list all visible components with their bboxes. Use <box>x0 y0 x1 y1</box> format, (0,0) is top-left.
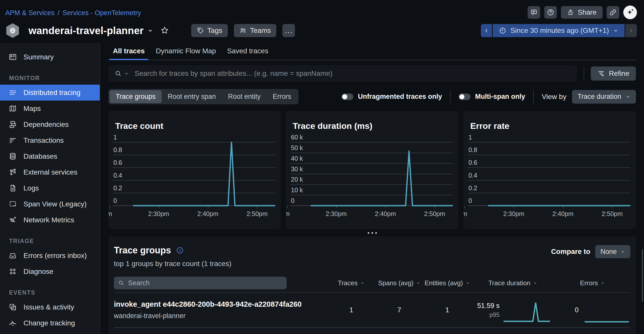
sidebar-item-databases[interactable]: Databases <box>0 148 100 164</box>
tab-bar: All traces Dynamic Flow Map Saved traces <box>108 47 636 60</box>
toggle-label: Unfragmented traces only <box>358 93 442 101</box>
apm-distributed-tracing-page: APM & Services / Services - OpenTelemetr… <box>0 0 644 334</box>
page-title: wanderai-travel-planner <box>29 25 144 36</box>
sidebar-item-logs[interactable]: Logs <box>0 180 100 196</box>
sidebar-item-external-services[interactable]: External services <box>0 164 100 180</box>
chart-line <box>468 142 630 206</box>
link-icon <box>609 9 617 16</box>
segment-errors[interactable]: Errors <box>267 90 298 103</box>
sidebar-item-errors-inbox[interactable]: Errors (errors inbox) <box>0 248 100 264</box>
column-header-trace-duration[interactable]: Trace duration <box>471 279 555 287</box>
multi-span-toggle[interactable]: Multi-span only <box>459 93 525 101</box>
table-row[interactable]: invoke_agent e44c2860-200b-4493-942e-a22… <box>114 293 630 328</box>
breadcrumb-link-apm-services[interactable]: APM & Services <box>5 9 55 17</box>
sidebar-item-label: Transactions <box>23 136 64 145</box>
x-axis-label: 2:50pm <box>246 210 267 218</box>
sidebar-section-triage: TRIAGE <box>0 228 100 248</box>
time-forward-button[interactable] <box>625 24 637 37</box>
feedback-button[interactable] <box>528 6 540 19</box>
group-by-segmented-control: Trace groups Root entry span Root entity… <box>108 89 299 104</box>
help-icon <box>547 9 554 16</box>
chevron-down-icon <box>620 249 625 254</box>
trace-group-name: invoke_agent e44c2860-200b-4493-942e-a22… <box>114 300 320 308</box>
chart-title: Trace count <box>115 121 163 131</box>
x-axis-label: 2:40pm <box>197 210 218 218</box>
tab-dynamic-flow-map[interactable]: Dynamic Flow Map <box>156 47 216 60</box>
chart-title: Trace duration (ms) <box>293 121 373 131</box>
more-actions-button[interactable]: ... <box>282 24 295 37</box>
column-header-entities-avg[interactable]: Entities (avg) <box>423 279 471 287</box>
time-range-button[interactable]: Since 30 minutes ago (GMT+1) <box>493 24 625 37</box>
chart-line <box>290 142 453 206</box>
transactions-icon <box>9 136 17 145</box>
sidebar-item-label: Diagnose <box>23 268 53 276</box>
external-services-icon <box>9 168 17 176</box>
sidebar-item-summary[interactable]: Summary <box>0 49 100 65</box>
sidebar-item-label: Issues & activity <box>23 303 74 311</box>
tab-saved-traces[interactable]: Saved traces <box>227 47 268 60</box>
group-search-input[interactable]: Search <box>114 277 287 289</box>
issues-activity-icon <box>9 303 17 311</box>
search-icon <box>118 280 125 286</box>
toggle-track <box>459 93 470 100</box>
top-bar: APM & Services / Services - OpenTelemetr… <box>0 0 644 43</box>
sidebar-item-diagnose[interactable]: Diagnose <box>0 264 100 279</box>
chevron-right-icon <box>628 28 634 33</box>
trace-group-name-cell[interactable]: invoke_agent e44c2860-200b-4493-942e-a22… <box>114 300 327 320</box>
sidebar-item-span-view-legacy[interactable]: Span View (Legacy) <box>0 196 100 212</box>
sidebar-item-label: External services <box>23 168 77 176</box>
x-axis-label: 2:40pm <box>552 210 573 218</box>
segment-root-entry-span[interactable]: Root entry span <box>162 90 222 103</box>
segment-root-entity[interactable]: Root entity <box>222 90 267 103</box>
trace-search-placeholder: Search for traces by span attributes... … <box>135 69 333 78</box>
toggle-label: Multi-span only <box>475 93 525 101</box>
share-button[interactable]: Share <box>561 6 603 19</box>
sidebar-item-distributed-tracing[interactable]: Distributed tracing <box>0 85 100 101</box>
tab-all-traces[interactable]: All traces <box>113 47 145 60</box>
breadcrumb-separator: / <box>58 9 60 17</box>
column-header-spans-avg[interactable]: Spans (avg) <box>375 279 423 287</box>
sidebar-item-network-metrics[interactable]: Network Metrics <box>0 212 100 228</box>
divider <box>533 90 534 104</box>
trace-group-entity: wanderai-travel-planner <box>114 312 320 320</box>
sidebar-item-label: Network Metrics <box>23 216 74 224</box>
compare-to-select[interactable]: None <box>595 245 630 258</box>
info-icon[interactable] <box>176 247 184 254</box>
title-chevron-down-icon[interactable] <box>147 28 153 34</box>
sidebar-item-change-tracking[interactable]: Change tracking <box>0 315 100 331</box>
scrollbar-thumb[interactable] <box>642 249 643 302</box>
charts-carousel-dots[interactable] <box>108 232 636 234</box>
trace-search-input[interactable]: Search for traces by span attributes... … <box>108 65 577 82</box>
sidebar-item-label: Distributed tracing <box>23 89 81 97</box>
sidebar-item-transactions[interactable]: Transactions <box>0 132 100 148</box>
sidebar-item-dependencies[interactable]: Dependencies <box>0 116 100 132</box>
x-axis-label: 2:30pm <box>503 210 524 218</box>
teams-button[interactable]: Teams <box>234 24 276 37</box>
ai-assistant-button[interactable] <box>623 6 637 19</box>
view-by-select[interactable]: Trace duration <box>572 90 636 104</box>
toggle-knob <box>459 94 464 99</box>
trace-groups-subtitle: top 1 groups by trace count (1 traces) <box>114 260 231 268</box>
duration-sparkline <box>504 302 550 322</box>
favorite-star-icon[interactable] <box>160 26 169 35</box>
tags-button[interactable]: Tags <box>191 24 228 37</box>
toggle-knob <box>342 94 347 99</box>
refine-label: Refine <box>609 69 629 78</box>
entities-avg-value: 1 <box>423 306 471 314</box>
unfragmented-traces-toggle[interactable]: Unfragmented traces only <box>341 93 442 101</box>
sidebar-item-issues-activity[interactable]: Issues & activity <box>0 299 100 315</box>
refine-filter-icon <box>597 70 605 77</box>
segment-trace-groups[interactable]: Trace groups <box>110 90 162 103</box>
time-back-button[interactable] <box>481 24 492 37</box>
sidebar-item-maps[interactable]: Maps <box>0 101 100 116</box>
permalink-button[interactable] <box>607 6 619 19</box>
summary-icon <box>9 53 17 61</box>
column-header-traces[interactable]: Traces <box>327 279 375 287</box>
teams-icon <box>239 27 246 34</box>
breadcrumb-link-services-opentelemetry[interactable]: Services - OpenTelemetry <box>63 9 141 17</box>
help-button[interactable] <box>544 6 557 19</box>
x-axis-label: 2:30pm <box>148 210 169 218</box>
column-header-errors[interactable]: Errors <box>555 279 630 287</box>
view-by-value: Trace duration <box>578 93 621 101</box>
refine-button[interactable]: Refine <box>591 66 636 81</box>
